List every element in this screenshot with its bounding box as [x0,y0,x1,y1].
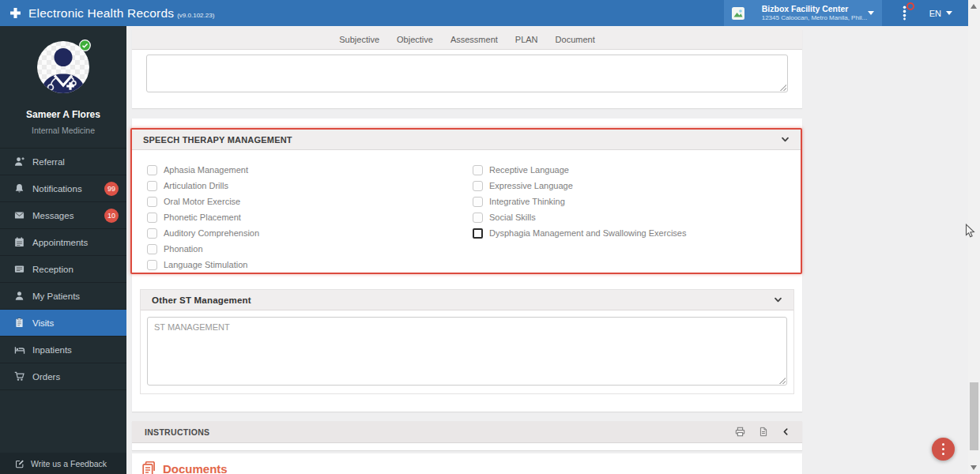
option-expressive-language[interactable]: Expressive Language [473,178,686,194]
other-st-textarea[interactable] [147,317,787,386]
plan-note-textarea[interactable] [146,55,788,92]
option-auditory-comprehension[interactable]: Auditory Comprehension [147,225,259,241]
page-scrollbar[interactable] [968,0,980,474]
checkbox-label: Integrative Thinking [489,197,565,206]
document-icon[interactable] [759,427,768,437]
user-profile: Sameer A Flores Internal Medicine [0,26,126,135]
clipboard-icon [13,318,25,328]
sidebar-item-notifications[interactable]: Notifications99 [0,175,126,202]
app-brand[interactable]: Electronic Health Records (v9.0.102.23) [9,6,214,21]
chevron-down-icon[interactable] [781,135,790,144]
top-header: Electronic Health Records (v9.0.102.23) … [0,0,968,26]
tab-objective[interactable]: Objective [397,35,433,44]
sidebar-item-referral[interactable]: Referral [0,149,126,175]
checkbox[interactable] [473,181,483,191]
chevron-left-icon[interactable] [782,427,790,436]
instructions-header: INSTRUCTIONS [132,421,802,443]
sidebar-item-orders[interactable]: Orders [0,363,126,390]
tab-document[interactable]: Document [556,35,595,44]
checkbox[interactable] [147,197,157,207]
plan-card: SubjectiveObjectiveAssessmentPLANDocumen… [132,29,802,108]
sidebar-item-label: Reception [32,265,74,274]
medical-plus-icon [9,7,21,19]
option-integrative-thinking[interactable]: Integrative Thinking [473,194,686,209]
pencil-icon [15,459,24,468]
option-phonetic-placement[interactable]: Phonetic Placement [147,209,259,225]
floating-action-button[interactable] [932,438,955,461]
checkbox-label: Phonetic Placement [164,213,241,222]
instructions-title: INSTRUCTIONS [145,427,209,437]
printer-icon[interactable] [735,427,745,437]
checkbox[interactable] [147,260,157,270]
option-language-stimulation[interactable]: Language Stimulation [147,257,259,273]
feedback-link[interactable]: Write us a Feedback [0,453,126,474]
scroll-up-arrow-icon[interactable] [971,4,977,9]
tab-assessment[interactable]: Assessment [450,35,498,44]
option-aphasia-management[interactable]: Aphasia Management [147,162,259,178]
speech-panel-title: SPEECH THERAPY MANAGEMENT [143,135,292,145]
checkbox[interactable] [473,165,483,175]
sidebar-item-reception[interactable]: Reception [0,256,126,283]
sidebar-item-label: My Patients [32,292,80,301]
tab-plan[interactable]: PLAN [515,35,538,44]
speech-panel-header: SPEECH THERAPY MANAGEMENT [132,130,801,150]
sidebar-item-inpatients[interactable]: Inpatients [0,337,126,363]
main-content: SubjectiveObjectiveAssessmentPLANDocumen… [126,26,968,474]
scroll-down-arrow-icon[interactable] [971,465,977,470]
checkbox[interactable] [147,244,157,254]
header-menu-button[interactable] [899,6,910,21]
chevron-down-icon[interactable] [774,295,782,304]
bed-icon [13,344,25,355]
checkbox-label: Expressive Language [489,181,573,190]
tab-subjective[interactable]: Subjective [339,35,379,44]
sidebar-item-appointments[interactable]: Appointments [0,229,126,256]
option-receptive-language[interactable]: Receptive Language [473,162,686,178]
check-badge-icon [79,40,91,51]
checkbox[interactable] [147,228,157,239]
documents-title: Documents [163,462,228,474]
sidebar-item-visits[interactable]: Visits [0,310,126,337]
checkbox[interactable] [473,213,483,223]
facility-address: 12345 Caloocan, Metro Manila, Phil... [762,14,861,22]
checkbox[interactable] [473,197,483,207]
facility-selector[interactable]: Bizbox Facility Center 12345 Caloocan, M… [724,0,882,26]
feedback-label: Write us a Feedback [31,459,107,468]
count-badge: 10 [104,209,119,223]
option-articulation-drills[interactable]: Articulation Drills [147,178,259,194]
sidebar-item-label: Messages [32,211,74,220]
checkbox[interactable] [473,228,483,239]
language-label: EN [929,9,941,18]
other-st-panel: Other ST Management [140,289,794,394]
option-dysphagia-management-and-swallowing-exercises[interactable]: Dysphagia Management and Swallowing Exer… [473,225,686,241]
scrollbar-thumb[interactable] [970,382,978,450]
option-phonation[interactable]: Phonation [147,241,259,257]
referral-icon [13,156,25,167]
user-name: Sameer A Flores [0,109,126,120]
checkbox-label: Oral Motor Exercise [164,197,240,206]
speech-options-right: Receptive LanguageExpressive LanguageInt… [473,162,686,241]
checkbox[interactable] [147,181,157,191]
sidebar-item-label: Notifications [32,184,82,194]
caret-down-icon [946,11,952,15]
sidebar-item-label: Visits [32,318,54,328]
app-title: Electronic Health Records [28,6,174,21]
checkbox-label: Dysphagia Management and Swallowing Exer… [489,228,686,238]
cart-icon [13,371,25,382]
other-st-header: Other ST Management [141,290,793,310]
documents-icon [141,461,156,474]
checkbox[interactable] [147,165,157,175]
instructions-card: INSTRUCTIONS [132,421,802,450]
sidebar-item-my-patients[interactable]: My Patients [0,283,126,310]
sidebar-item-messages[interactable]: Messages10 [0,202,126,229]
checkbox[interactable] [147,213,157,223]
reception-icon [13,264,25,274]
envelope-icon [13,210,25,220]
option-oral-motor-exercise[interactable]: Oral Motor Exercise [147,194,259,209]
language-selector[interactable]: EN [929,9,952,18]
sidebar-item-label: Referral [32,157,65,167]
checkbox-label: Phonation [164,244,203,254]
speech-therapy-panel: SPEECH THERAPY MANAGEMENT Aphasia Manage… [130,128,802,274]
checkbox-label: Receptive Language [489,165,569,175]
sidebar: Sameer A Flores Internal Medicine Referr… [0,26,126,474]
option-social-skills[interactable]: Social Skills [473,209,686,225]
